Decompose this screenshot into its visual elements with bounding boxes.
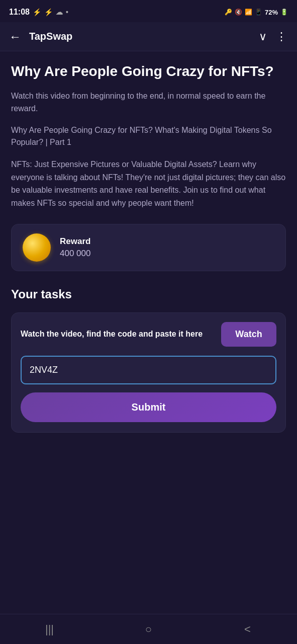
- nav-title: TapSwap: [29, 31, 259, 42]
- task-row: Watch the video, find the code and paste…: [21, 322, 276, 347]
- main-content: Why Are People Going Crazy for NFTs? Wat…: [0, 51, 297, 614]
- reward-coin-icon: [23, 233, 51, 262]
- task-description: Watch the video, find the code and paste…: [21, 329, 214, 340]
- back-nav-icon[interactable]: <: [198, 623, 297, 636]
- status-bar: 11:08 ⚡ ⚡ ☁ • 🔑 🔇 📶 📱 72% 🔋: [0, 0, 297, 22]
- dropdown-icon[interactable]: ∨: [259, 30, 267, 43]
- submit-button[interactable]: Submit: [21, 392, 276, 422]
- description-secondary: Why Are People Going Crazy for NFTs? Wha…: [11, 124, 286, 149]
- bolt-icon-2: ⚡: [44, 8, 53, 16]
- key-icon: 🔑: [225, 9, 232, 16]
- task-card: Watch the video, find the code and paste…: [11, 312, 286, 433]
- battery-icon: 🔋: [280, 9, 288, 16]
- status-right: 🔑 🔇 📶 📱 72% 🔋: [225, 9, 288, 16]
- signal-icon: 📱: [255, 9, 262, 16]
- status-time: 11:08: [9, 8, 30, 17]
- bolt-icon-1: ⚡: [33, 8, 41, 16]
- home-icon[interactable]: ○: [99, 623, 198, 636]
- watch-button[interactable]: Watch: [221, 322, 276, 347]
- description-body: NFTs: Just Expensive Pictures or Valuabl…: [11, 158, 286, 209]
- reward-label: Reward: [60, 236, 90, 247]
- reward-card: Reward 400 000: [11, 224, 286, 271]
- menu-icon[interactable]: |||: [0, 623, 99, 636]
- nav-bar: ← TapSwap ∨ ⋮: [0, 22, 297, 51]
- bottom-nav: ||| ○ <: [0, 614, 297, 644]
- mute-icon: 🔇: [235, 9, 242, 16]
- reward-amount: 400 000: [60, 249, 90, 259]
- tasks-heading: Your tasks: [11, 287, 286, 301]
- page-title: Why Are People Going Crazy for NFTs?: [11, 62, 286, 80]
- status-left: 11:08 ⚡ ⚡ ☁ •: [9, 8, 68, 17]
- description-primary: Watch this video from beginning to the e…: [11, 90, 286, 115]
- wifi-icon: 📶: [245, 9, 252, 16]
- dot-icon: •: [66, 8, 68, 16]
- back-button[interactable]: ←: [9, 30, 21, 44]
- battery-percent: 72%: [265, 9, 278, 16]
- more-button[interactable]: ⋮: [276, 30, 288, 43]
- reward-info: Reward 400 000: [60, 236, 90, 259]
- cloud-icon: ☁: [56, 8, 63, 16]
- code-input[interactable]: [21, 356, 276, 384]
